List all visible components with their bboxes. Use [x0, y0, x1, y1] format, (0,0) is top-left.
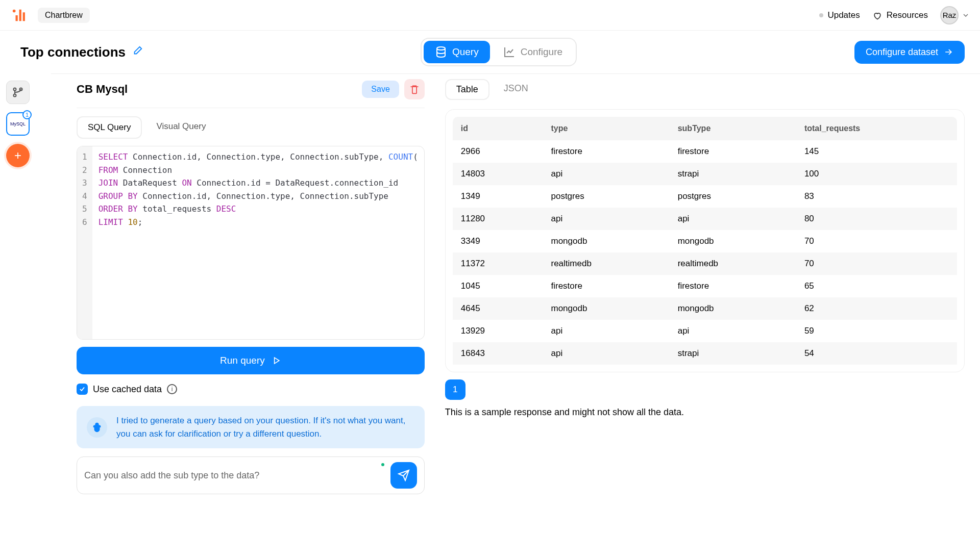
svg-point-3 [14, 94, 16, 97]
table-cell: mongodb [543, 230, 669, 252]
table-cell: mongodb [543, 297, 669, 320]
tab-configure[interactable]: Configure [492, 41, 574, 63]
user-menu[interactable]: Raz [940, 6, 970, 24]
sql-editor[interactable]: 123456 SELECT Connection.id, Connection.… [77, 146, 425, 340]
table-cell: mongodb [670, 230, 796, 252]
send-prompt-button[interactable] [390, 462, 417, 489]
ai-assistant-note: I tried to generate a query based on you… [77, 406, 425, 448]
table-cell: 70 [796, 230, 957, 252]
page-1-button[interactable]: 1 [445, 379, 465, 400]
resources-label: Resources [887, 10, 928, 20]
table-cell: 11280 [453, 208, 543, 230]
svg-point-0 [13, 9, 16, 12]
result-view-tabs: Table JSON [445, 79, 965, 100]
pagination: 1 [445, 379, 965, 400]
plus-icon: + [14, 148, 21, 163]
table-header-row: idtypesubTypetotal_requests [453, 117, 957, 140]
tab-json[interactable]: JSON [494, 79, 538, 100]
table-cell: mongodb [670, 297, 796, 320]
mysql-badge: 1 [22, 110, 32, 119]
table-row[interactable]: 11372realtimedbrealtimedb70 [453, 252, 957, 275]
sidebar-mysql-connection[interactable]: MySQL 1 [6, 112, 30, 136]
table-cell: 2966 [453, 140, 543, 163]
table-cell: postgres [543, 185, 669, 208]
trash-icon [409, 84, 420, 94]
tab-visual-query[interactable]: Visual Query [146, 116, 216, 139]
table-cell: 62 [796, 297, 957, 320]
table-cell: 3349 [453, 230, 543, 252]
ai-bug-icon [87, 417, 107, 438]
table-cell: 1045 [453, 275, 543, 297]
updates-link[interactable]: Updates [819, 10, 860, 20]
column-header[interactable]: total_requests [796, 117, 957, 140]
table-row[interactable]: 4645mongodbmongodb62 [453, 297, 957, 320]
tab-query-label: Query [452, 46, 479, 58]
app-logo-icon[interactable] [10, 6, 30, 25]
table-cell: api [670, 320, 796, 342]
layout: MySQL 1 + CB Mysql Save SQL Query Visual… [0, 73, 980, 510]
table-row[interactable]: 2966firestorefirestore145 [453, 140, 957, 163]
table-cell: realtimedb [670, 252, 796, 275]
column-header[interactable]: type [543, 117, 669, 140]
svg-point-2 [14, 88, 16, 91]
delete-button[interactable] [404, 79, 425, 99]
table-cell: 16843 [453, 342, 543, 365]
database-icon [435, 46, 447, 58]
table-cell: 80 [796, 208, 957, 230]
heart-shield-icon [872, 10, 883, 20]
save-button[interactable]: Save [362, 81, 399, 98]
topbar-left: Chartbrew [10, 6, 90, 25]
sidebar-branch-button[interactable] [6, 81, 30, 104]
main: CB Mysql Save SQL Query Visual Query 123… [51, 73, 980, 510]
tab-sql-query[interactable]: SQL Query [77, 116, 142, 139]
ai-prompt-input[interactable] [84, 465, 385, 486]
table-row[interactable]: 13929apiapi59 [453, 320, 957, 342]
send-icon [398, 469, 410, 481]
column-header[interactable]: subType [670, 117, 796, 140]
table-cell: strapi [670, 163, 796, 185]
cache-checkbox[interactable] [77, 384, 88, 395]
tab-query[interactable]: Query [424, 41, 490, 63]
mode-pill-group: Query Configure [421, 38, 577, 66]
sidebar: MySQL 1 + [0, 73, 36, 510]
run-query-button[interactable]: Run query [77, 347, 425, 374]
table-row[interactable]: 16843apistrapi54 [453, 342, 957, 365]
table-row[interactable]: 11280apiapi80 [453, 208, 957, 230]
topbar-right: Updates Resources Raz [819, 6, 970, 24]
sidebar-add-button[interactable]: + [6, 144, 30, 167]
sample-response-note: This is a sample response and might not … [445, 407, 965, 418]
tab-table[interactable]: Table [445, 79, 489, 100]
svg-point-1 [437, 47, 445, 50]
chart-area-icon [503, 46, 516, 58]
table-cell: api [543, 163, 669, 185]
configure-dataset-label: Configure dataset [866, 47, 938, 58]
cache-row: Use cached data i [77, 384, 425, 395]
chevron-down-icon [962, 11, 970, 19]
editor-gutter: 123456 [77, 146, 92, 339]
table-row[interactable]: 14803apistrapi100 [453, 163, 957, 185]
configure-dataset-button[interactable]: Configure dataset [854, 41, 965, 64]
table-cell: 70 [796, 252, 957, 275]
table-cell: api [543, 320, 669, 342]
table-cell: realtimedb [543, 252, 669, 275]
editor-code: SELECT Connection.id, Connection.type, C… [92, 146, 424, 339]
table-row[interactable]: 1045firestorefirestore65 [453, 275, 957, 297]
arrow-right-icon [943, 47, 953, 57]
tab-configure-label: Configure [521, 46, 562, 58]
column-header[interactable]: id [453, 117, 543, 140]
info-icon[interactable]: i [167, 384, 177, 394]
table-cell: firestore [670, 140, 796, 163]
table-cell: 65 [796, 275, 957, 297]
table-row[interactable]: 1349postgrespostgres83 [453, 185, 957, 208]
edit-icon[interactable] [132, 45, 143, 59]
table-cell: api [543, 208, 669, 230]
table-row[interactable]: 3349mongodbmongodb70 [453, 230, 957, 252]
resources-link[interactable]: Resources [872, 10, 928, 20]
table-cell: 145 [796, 140, 957, 163]
table-cell: postgres [670, 185, 796, 208]
results-card: idtypesubTypetotal_requests 2966firestor… [445, 109, 965, 372]
results-table: idtypesubTypetotal_requests 2966firestor… [453, 117, 957, 365]
updates-label: Updates [827, 10, 860, 20]
app-name-badge[interactable]: Chartbrew [38, 8, 90, 23]
play-icon [271, 355, 281, 366]
